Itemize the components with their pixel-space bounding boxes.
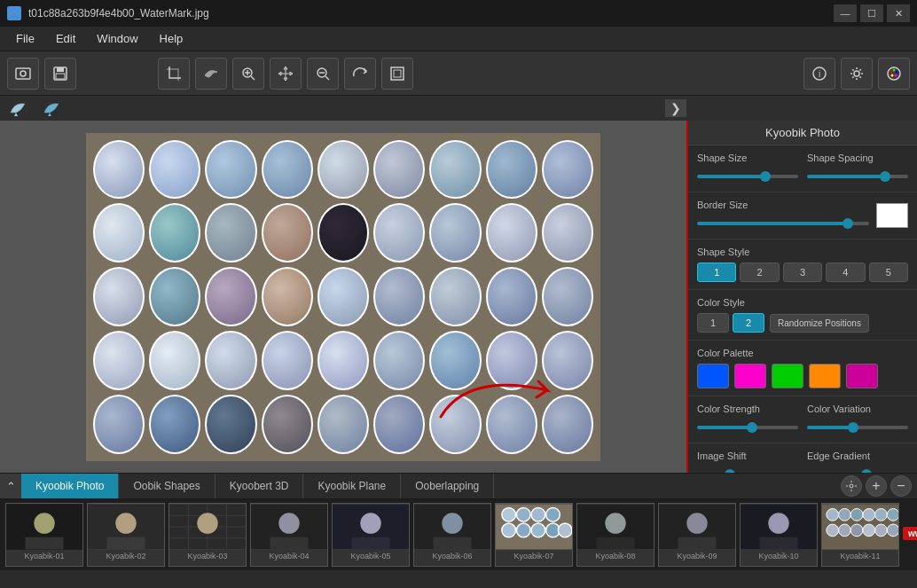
thumbnail-9[interactable]: Kyoabik-09 [658, 503, 736, 567]
shape-style-buttons: 1 2 3 4 5 [697, 263, 908, 282]
color-strength-label: Color Strength [697, 404, 798, 414]
bird-tool-button[interactable] [195, 58, 227, 90]
shape-style-btn-4[interactable]: 4 [826, 263, 865, 282]
shape-style-label: Shape Style [697, 247, 908, 257]
svg-point-63 [839, 508, 851, 521]
shape-style-btn-5[interactable]: 5 [869, 263, 908, 282]
svg-point-67 [887, 508, 898, 521]
brush1-tool[interactable] [7, 98, 32, 118]
color-swatch-pink[interactable] [734, 364, 766, 388]
crop-tool-button[interactable] [158, 58, 190, 90]
svg-point-13 [890, 70, 893, 73]
window-title: t01c88a263b9f4e4b00_WaterMark.jpg [28, 7, 209, 20]
canvas-area [0, 121, 686, 473]
tab-settings-button[interactable] [841, 475, 862, 497]
menu-help[interactable]: Help [151, 28, 192, 49]
tab-kyoobik-plane[interactable]: Kyoobik Plane [303, 474, 401, 498]
menu-window[interactable]: Window [88, 28, 146, 49]
shape-spacing-slider[interactable] [807, 175, 908, 178]
menu-edit[interactable]: Edit [47, 28, 84, 49]
svg-rect-3 [57, 67, 64, 72]
svg-point-37 [360, 513, 380, 533]
tab-oobik-shapes[interactable]: Oobik Shapes [119, 474, 215, 498]
thumbnail-11[interactable]: Kyoabik-11 [821, 503, 899, 567]
photo-tool-button[interactable] [7, 58, 39, 90]
thumbnail-8[interactable]: Kyoabik-08 [576, 503, 654, 567]
toolbar-right: i [803, 58, 910, 90]
svg-point-68 [827, 524, 839, 537]
brush2-tool[interactable] [37, 98, 62, 118]
thumbnail-3[interactable]: Kyoabik-03 [169, 503, 247, 567]
info-button[interactable]: i [803, 58, 835, 90]
color-swatch-magenta[interactable] [846, 364, 878, 388]
color-swatch-green[interactable] [772, 364, 803, 388]
shape-style-btn-1[interactable]: 1 [697, 263, 736, 282]
zoom-out-button[interactable] [307, 58, 339, 90]
shape-style-section: Shape Style 1 2 3 4 5 [688, 239, 917, 290]
svg-point-44 [516, 508, 530, 522]
svg-point-45 [531, 508, 545, 522]
border-size-slider[interactable] [697, 222, 869, 225]
svg-point-17 [895, 74, 897, 76]
color-style-btn-2[interactable]: 2 [733, 313, 764, 333]
color-variation-label: Color Variation [807, 404, 908, 414]
color-strength-half: Color Strength [697, 404, 798, 435]
color-style-label: Color Style [697, 297, 908, 308]
frame-button[interactable] [381, 58, 413, 90]
svg-point-16 [891, 74, 894, 76]
settings-button[interactable] [841, 58, 873, 90]
border-size-slider-container [697, 216, 869, 228]
thumb-img-5 [333, 504, 409, 550]
thumb-label-4: Kyoabik-04 [267, 550, 310, 562]
tab-ooberlapping[interactable]: Ooberlapping [401, 474, 494, 498]
thumbnail-6[interactable]: Kyoabik-06 [413, 503, 491, 567]
tab-kyoobert-3d[interactable]: Kyoobert 3D [216, 474, 304, 498]
shape-style-btn-2[interactable]: 2 [740, 263, 779, 282]
thumbnail-1[interactable]: Kyoabik-01 [5, 503, 83, 567]
thumb-label-10: Kyoabik-10 [756, 550, 800, 562]
move-tool-button[interactable] [270, 58, 302, 90]
thumbnail-2[interactable]: Kyoabik-02 [87, 503, 165, 567]
border-size-section: Border Size [688, 192, 917, 239]
thumbnail-4[interactable]: Kyoabik-04 [250, 503, 328, 567]
maximize-button[interactable]: ☐ [860, 4, 883, 22]
thumb-img-7 [496, 504, 572, 550]
randomize-positions-button[interactable]: Randomize Positions [770, 314, 869, 333]
tab-remove-button[interactable]: − [890, 475, 912, 497]
title-bar: t01c88a263b9f4e4b00_WaterMark.jpg — ☐ ✕ [0, 0, 917, 27]
color-swatch-blue[interactable] [697, 364, 729, 388]
tabs-scroll-left[interactable]: ⌃ [0, 474, 21, 498]
border-color-picker[interactable] [876, 203, 908, 228]
menu-file[interactable]: File [7, 28, 43, 49]
app-icon [7, 6, 21, 20]
svg-rect-21 [26, 537, 64, 550]
svg-rect-41 [434, 537, 472, 550]
close-button[interactable]: ✕ [887, 4, 910, 22]
shape-style-btn-3[interactable]: 3 [783, 263, 822, 282]
shape-size-slider[interactable] [697, 175, 798, 178]
svg-point-14 [893, 68, 896, 71]
thumb-img-2 [88, 504, 164, 550]
color-strength-slider-container [697, 419, 798, 432]
thumbnail-7[interactable]: Kyoabik-07 [495, 503, 573, 567]
minimize-button[interactable]: — [834, 4, 857, 22]
panel-collapse-button[interactable]: ❯ [665, 99, 686, 117]
color-variation-slider[interactable] [807, 426, 908, 429]
color-strength-slider[interactable] [697, 426, 798, 429]
image-shift-half: Image Shift [697, 451, 798, 473]
color-style-btn-1[interactable]: 1 [697, 313, 729, 333]
zoom-in-button[interactable] [232, 58, 264, 90]
tab-kyoobik-photo[interactable]: Kyoobik Photo [21, 474, 119, 498]
color-swatch-orange[interactable] [809, 364, 841, 388]
shape-size-section: Shape Size Shape Spacing [688, 145, 917, 192]
shape-spacing-slider-container [807, 169, 908, 181]
palette-button[interactable] [878, 58, 910, 90]
image-shift-slider-container [697, 466, 798, 473]
thumbnail-5[interactable]: Kyoabik-05 [332, 503, 410, 567]
thumbnail-10[interactable]: Kyoabik-10 [740, 503, 818, 567]
redo-button[interactable] [344, 58, 376, 90]
svg-point-56 [686, 513, 707, 533]
color-style-buttons: 1 2 [697, 313, 764, 333]
tab-add-button[interactable]: + [866, 475, 887, 497]
save-tool-button[interactable] [44, 58, 76, 90]
